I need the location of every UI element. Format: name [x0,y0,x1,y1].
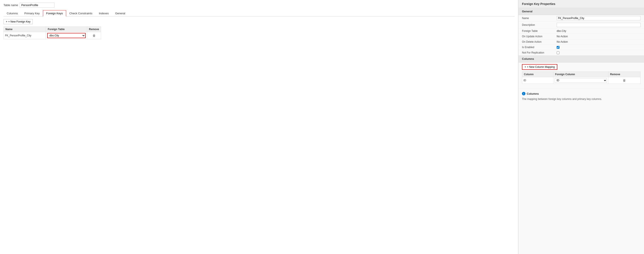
tab-primary-key[interactable]: Primary Key [21,10,43,16]
tab-general[interactable]: General [112,10,128,16]
col-header-foreign-table: Foreign Table [46,27,87,32]
fk-foreign-table-select[interactable]: dbo.City [47,33,86,38]
fk-name-cell: FK_PersonProfile_City [4,32,46,39]
main-content: Table name Columns Primary Key Foreign K… [0,0,644,254]
tab-foreign-keys[interactable]: Foreign Keys [43,10,66,16]
tab-columns[interactable]: Columns [4,10,21,16]
mapping-col-header-column: Column [522,72,554,77]
field-row-not-replication: Not For Replication [518,50,644,56]
mapping-delete-button[interactable]: 🗑 [623,79,626,82]
right-panel: Foreign Key Properties General Name Desc… [518,0,644,254]
field-row-delete-action: On Delete Action No Action [518,39,644,45]
info-icon: i [522,92,526,95]
table-name-label: Table name [4,4,18,7]
mapping-table-row: ID ID 🗑 [522,77,640,84]
field-name-input[interactable] [557,16,640,20]
field-row-description: Description [518,22,644,28]
field-value-foreign-table: dbo.City [557,30,566,32]
col-header-remove: Remove [87,27,101,32]
field-label-update-action: On Update Action [522,35,557,38]
field-label-foreign-table: Foreign Table [522,30,557,32]
field-label-delete-action: On Delete Action [522,40,557,43]
field-label-name: Name [522,17,557,20]
new-foreign-key-button[interactable]: + + New Foreign Key [4,19,33,24]
right-panel-title: Foreign Key Properties [518,0,644,8]
tab-check-constraints[interactable]: Check Constraints [66,10,96,16]
tabs-bar: Columns Primary Key Foreign Keys Check C… [4,10,514,16]
column-mapping-table: Column Foreign Column Remove ID ID [522,72,640,84]
mapping-col-header-foreign-column: Foreign Column [553,72,608,77]
field-is-enabled-checkbox[interactable] [557,46,560,49]
fk-foreign-table-cell: dbo.City [46,32,87,39]
field-label-description: Description [522,24,557,26]
new-column-mapping-button[interactable]: + + New Column Mapping [522,64,557,70]
field-row-foreign-table: Foreign Table dbo.City [518,28,644,34]
left-panel: Table name Columns Primary Key Foreign K… [0,0,518,254]
fk-remove-cell: 🗑 [87,32,101,39]
field-label-not-replication: Not For Replication [522,51,557,54]
plus-mapping-icon: + [524,66,526,68]
mapping-remove-cell: 🗑 [608,77,640,84]
field-label-is-enabled: Is Enabled [522,46,557,49]
tab-indexes[interactable]: Indexes [96,10,112,16]
field-row-update-action: On Update Action No Action [518,34,644,39]
footer-title-row: i Columns [522,92,640,95]
app-container: Table name Columns Primary Key Foreign K… [0,0,644,254]
field-value-update-action: No Action [557,35,568,38]
field-row-is-enabled: Is Enabled [518,45,644,50]
field-description-input[interactable] [557,23,640,27]
plus-icon: + [6,20,7,23]
footer-description: The mapping between foreign key columns … [522,97,640,101]
foreign-column-select[interactable]: ID [555,78,607,83]
table-name-input[interactable] [20,2,54,8]
table-name-row: Table name [4,2,514,8]
col-header-name: Name [4,27,46,32]
footer-title-text: Columns [527,92,539,95]
general-section-header: General [518,8,644,15]
columns-section-header: Columns [518,56,644,62]
right-panel-footer: i Columns The mapping between foreign ke… [518,88,644,104]
mapping-foreign-column-cell: ID [553,77,608,84]
table-row: FK_PersonProfile_City dbo.City 🗑 [4,32,101,39]
foreign-key-table: Name Foreign Table Remove FK_PersonProfi… [4,26,101,39]
field-value-delete-action: No Action [557,40,568,43]
fk-delete-button[interactable]: 🗑 [92,34,96,37]
mapping-col-header-remove: Remove [608,72,640,77]
field-not-replication-checkbox[interactable] [557,51,560,54]
mapping-column-cell: ID [522,77,554,84]
field-row-name: Name [518,15,644,22]
